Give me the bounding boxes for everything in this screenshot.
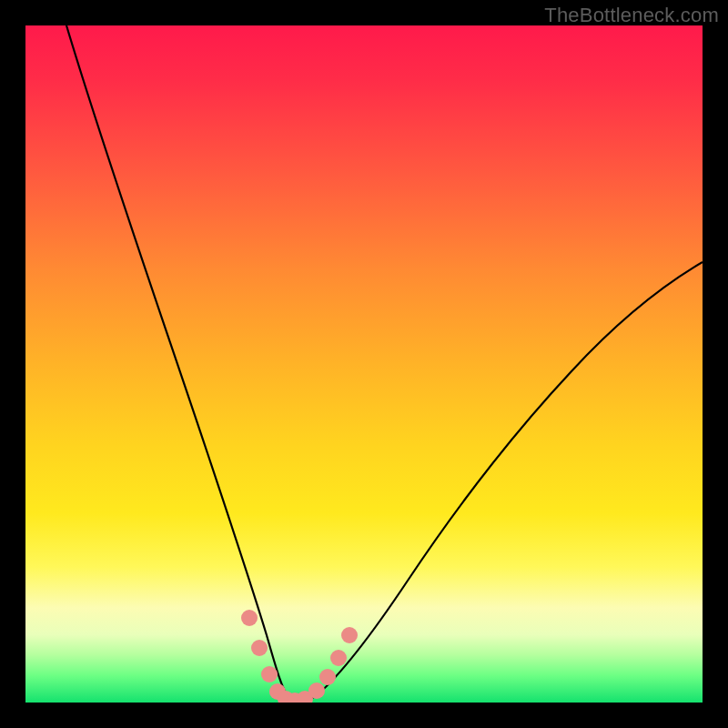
watermark-text: TheBottleneck.com	[544, 4, 719, 27]
marker-dot	[341, 627, 358, 643]
plot-area	[25, 25, 703, 703]
marker-group	[241, 610, 358, 703]
marker-dot	[330, 650, 347, 666]
marker-dot	[251, 640, 268, 656]
marker-dot	[241, 610, 258, 626]
marker-dot	[308, 682, 325, 699]
chart-frame: TheBottleneck.com	[0, 0, 728, 728]
marker-dot	[319, 669, 336, 685]
chart-svg	[25, 25, 703, 703]
bottleneck-curve	[66, 25, 703, 702]
marker-dot	[261, 666, 278, 682]
